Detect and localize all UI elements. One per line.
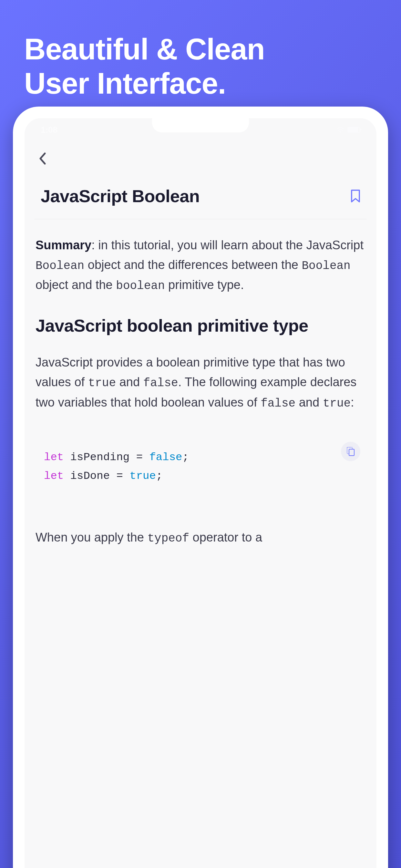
summary-code: Boolean (302, 259, 350, 273)
summary-code: Boolean (35, 259, 84, 273)
summary-paragraph: Summary: in this tutorial, you will lear… (34, 236, 367, 296)
summary-text: object and the (35, 278, 116, 291)
nav-bar (25, 137, 376, 176)
bottom-text: operator to a (189, 531, 262, 544)
copy-icon (346, 446, 355, 456)
body-paragraph: JavaScript provides a boolean primitive … (34, 352, 367, 413)
article-content: JavaScript Boolean Summary: in this tuto… (25, 176, 376, 548)
section-heading: JavaScript boolean primitive type (34, 315, 367, 337)
code-boolean: true (129, 470, 156, 482)
article-title: JavaScript Boolean (41, 186, 199, 206)
status-time: 1:08 (41, 125, 58, 135)
body-text: : (351, 396, 354, 409)
code-boolean: false (149, 451, 182, 463)
code-keyword: let (44, 451, 64, 463)
summary-label: Summary (35, 238, 91, 252)
summary-code: boolean (116, 279, 165, 292)
code-line: let isDone = true; (44, 467, 357, 486)
summary-text: object and the differences between the (84, 258, 302, 272)
body-code: true (323, 397, 351, 410)
bottom-paragraph: When you apply the typeof operator to a (34, 528, 367, 548)
svg-rect-1 (349, 449, 354, 456)
hero-title-line2: User Interface. (24, 67, 226, 100)
code-var: isPending = (64, 451, 149, 463)
code-line: let isPending = false; (44, 448, 357, 467)
body-code: true (88, 376, 116, 390)
code-end: ; (156, 470, 162, 482)
bookmark-icon (350, 190, 361, 203)
code-block: let isPending = false; let isDone = true… (34, 435, 367, 499)
battery-icon (347, 127, 360, 133)
phone-screen: 1:08 JavaSc (25, 118, 376, 868)
code-keyword: let (44, 470, 64, 482)
title-row: JavaScript Boolean (34, 176, 367, 219)
wifi-icon (336, 127, 345, 133)
back-button[interactable] (34, 151, 50, 166)
phone-frame: 1:08 JavaSc (13, 106, 388, 868)
hero-title: Beautiful & Clean User Interface. (0, 0, 401, 101)
code-end: ; (182, 451, 189, 463)
phone-notch (152, 118, 249, 132)
hero-title-line1: Beautiful & Clean (24, 33, 265, 66)
bookmark-button[interactable] (347, 188, 364, 204)
bottom-text: When you apply the (35, 531, 147, 544)
body-text: and (296, 396, 323, 409)
status-icons (336, 127, 360, 133)
summary-text: : in this tutorial, you will learn about… (91, 238, 364, 252)
body-code: false (143, 376, 178, 390)
code-var: isDone = (64, 470, 129, 482)
bottom-code: typeof (147, 532, 189, 545)
body-code: false (260, 397, 296, 410)
chevron-left-icon (38, 152, 46, 165)
copy-button[interactable] (341, 442, 360, 461)
summary-text: primitive type. (165, 278, 244, 291)
body-text: and (116, 375, 143, 389)
